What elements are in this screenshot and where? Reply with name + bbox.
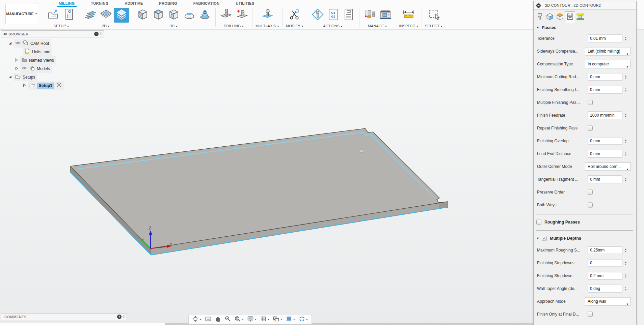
browser-item-label[interactable]: Named Views xyxy=(29,58,54,63)
spinner-arrows[interactable]: ▲▼ xyxy=(625,88,627,92)
param-dropdown[interactable]: Along wall▼ xyxy=(585,297,631,306)
spinner-arrows[interactable]: ▲▼ xyxy=(625,36,627,41)
browser-item-label[interactable]: CAM Root xyxy=(30,41,49,46)
spinner-up-icon[interactable]: ▲ xyxy=(625,113,627,115)
collapsed-triangle-icon[interactable] xyxy=(15,58,19,63)
browser-item-units-mm[interactable]: Units: mm xyxy=(1,48,104,56)
expanded-triangle-icon[interactable] xyxy=(8,75,12,80)
tool-library-button[interactable] xyxy=(363,8,377,23)
spinner-up-icon[interactable]: ▲ xyxy=(625,261,627,263)
workspace-tab-fabrication[interactable]: FABRICATION xyxy=(191,0,222,7)
spinner-arrows[interactable]: ▲▼ xyxy=(625,75,627,79)
param-input[interactable]: 0.01 mm xyxy=(588,35,622,42)
param-input[interactable]: 0 deg xyxy=(588,285,622,293)
spinner-down-icon[interactable]: ▼ xyxy=(625,39,627,41)
pan-button[interactable] xyxy=(214,316,222,324)
eye-icon[interactable] xyxy=(21,65,27,72)
workspace-tab-milling[interactable]: MILLING xyxy=(57,0,77,7)
section-checkbox[interactable]: ✓ xyxy=(542,236,547,241)
ribbon-group-label[interactable]: SELECT▼ xyxy=(425,24,443,28)
nc-code-button[interactable]: G1G2 xyxy=(326,8,341,23)
collapsed-triangle-icon[interactable] xyxy=(22,83,26,88)
section-collapse-icon[interactable]: ▼ xyxy=(536,26,539,29)
ribbon-group-label[interactable]: INSPECT▼ xyxy=(399,24,419,28)
section-collapse-icon[interactable]: ▼ xyxy=(536,237,539,240)
param-input[interactable]: 0 mm xyxy=(588,137,622,145)
spinner-up-icon[interactable]: ▲ xyxy=(625,248,627,250)
nc-program-button[interactable]: G xyxy=(62,8,77,23)
collapsed-triangle-icon[interactable] xyxy=(15,66,19,71)
browser-item-cam-root[interactable]: CAM Root xyxy=(1,39,104,48)
spinner-down-icon[interactable]: ▼ xyxy=(625,154,627,156)
zoom-button[interactable] xyxy=(223,316,232,324)
workspace-switcher[interactable]: MANUFACTURE ▼ xyxy=(5,3,38,24)
param-checkbox[interactable] xyxy=(588,312,593,317)
2d-contour-button[interactable] xyxy=(114,8,129,23)
workspace-tab-turning[interactable]: TURNING xyxy=(89,0,110,7)
panel-grip[interactable]: ‖ xyxy=(100,32,102,36)
spinner-arrows[interactable]: ▲▼ xyxy=(625,261,627,265)
ribbon-group-label[interactable]: 3D▼ xyxy=(170,24,178,28)
dialog-tab-linking[interactable] xyxy=(575,12,585,23)
param-dropdown[interactable]: Roll around corn...▼ xyxy=(585,162,631,171)
param-input[interactable]: 0 mm xyxy=(588,73,622,81)
ribbon-group-label[interactable]: MANAGE▼ xyxy=(368,24,387,28)
ribbon-group-label[interactable]: DRILLING▼ xyxy=(224,24,244,28)
spinner-down-icon[interactable]: ▼ xyxy=(625,263,627,265)
post-process-button[interactable] xyxy=(310,8,325,23)
3d-swarf-button[interactable] xyxy=(166,8,181,23)
spinner-arrows[interactable]: ▲▼ xyxy=(625,113,627,118)
spinner-arrows[interactable]: ▲▼ xyxy=(625,274,627,278)
section-header-roughing-passes[interactable]: Roughing Passes xyxy=(534,217,636,228)
param-checkbox[interactable] xyxy=(588,190,593,195)
setup-sheet-button[interactable] xyxy=(341,8,356,23)
spinner-down-icon[interactable]: ▼ xyxy=(625,90,627,92)
dialog-tab-passes[interactable] xyxy=(565,11,575,23)
param-checkbox[interactable] xyxy=(588,126,593,131)
window-select-button[interactable] xyxy=(427,8,441,23)
3d-ramp-button[interactable] xyxy=(197,8,212,23)
display-settings-button[interactable]: ▼ xyxy=(246,316,258,324)
param-checkbox[interactable] xyxy=(588,100,593,105)
machine-library-button[interactable] xyxy=(378,8,393,23)
param-input[interactable]: 0.25mm xyxy=(588,246,622,254)
chevron-down-icon[interactable]: ▼ xyxy=(254,318,257,321)
spinner-up-icon[interactable]: ▲ xyxy=(625,274,627,276)
new-setup-button[interactable] xyxy=(46,8,61,23)
param-input[interactable]: 0 mm xyxy=(588,176,622,183)
part-hole[interactable] xyxy=(360,149,364,153)
grid-button[interactable]: ▼ xyxy=(259,316,271,324)
browser-item-label[interactable]: Setups xyxy=(23,75,35,80)
spinner-up-icon[interactable]: ▲ xyxy=(625,88,627,90)
param-input[interactable]: 0 mm xyxy=(588,150,622,158)
eye-icon[interactable] xyxy=(15,40,21,47)
dialog-tab-heights[interactable] xyxy=(555,12,565,23)
minimize-icon[interactable]: − xyxy=(94,32,99,36)
spinner-up-icon[interactable]: ▲ xyxy=(625,287,627,289)
spinner-arrows[interactable]: ▲▼ xyxy=(625,139,627,143)
spinner-arrows[interactable]: ▲▼ xyxy=(625,177,627,182)
collapse-panel-icon[interactable]: ◀◀ xyxy=(3,32,6,35)
ribbon-group-label[interactable]: SETUP▼ xyxy=(54,24,70,28)
browser-item-setups[interactable]: Setups xyxy=(1,73,104,81)
spinner-up-icon[interactable]: ▲ xyxy=(625,139,627,141)
browser-item-label[interactable]: Models xyxy=(37,66,50,71)
add-comment-icon[interactable]: + xyxy=(117,315,122,319)
expanded-triangle-icon[interactable] xyxy=(8,41,12,46)
spinner-arrows[interactable]: ▲▼ xyxy=(625,152,627,156)
param-dropdown[interactable]: In computer▼ xyxy=(585,60,631,68)
multi-axis-button[interactable] xyxy=(260,8,275,23)
browser-header[interactable]: ◀◀ BROWSER − ‖ xyxy=(1,30,104,37)
comments-panel[interactable]: COMMENTS + ‖ xyxy=(1,313,127,320)
3d-pocket-button[interactable] xyxy=(151,8,166,23)
chevron-down-icon[interactable]: ▼ xyxy=(280,318,283,321)
orbit-button[interactable]: ▼ xyxy=(191,316,203,324)
dialog-header[interactable]: − 2D CONTOUR : 2D CONTOUR2 xyxy=(534,1,636,10)
workspace-tab-probing[interactable]: PROBING xyxy=(157,0,179,7)
ribbon-group-label[interactable]: MODIFY▼ xyxy=(286,24,304,28)
param-input[interactable]: 0 mm xyxy=(588,86,622,94)
browser-item-models[interactable]: Models xyxy=(1,64,104,73)
browser-item-setup1[interactable]: Setup1 xyxy=(1,81,104,90)
spinner-down-icon[interactable]: ▼ xyxy=(625,250,627,253)
3d-scallop-button[interactable] xyxy=(182,8,197,23)
